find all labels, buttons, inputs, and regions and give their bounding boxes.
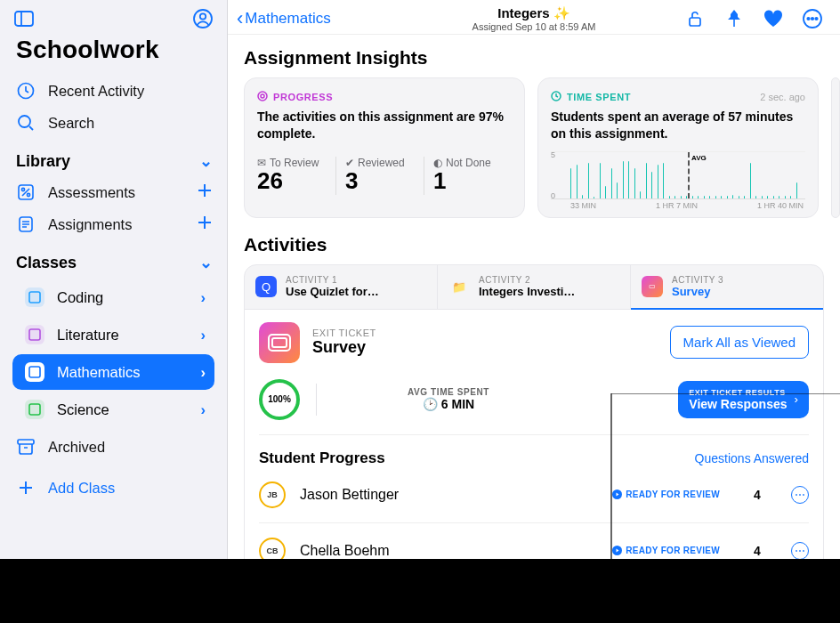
chart-bar <box>739 196 739 198</box>
chart-bar <box>611 168 612 198</box>
chart-bar <box>750 163 751 198</box>
chart-bar <box>605 186 606 198</box>
sidebar-recent-activity[interactable]: Recent Activity <box>0 75 227 107</box>
sidebar-assessments[interactable]: Assessments <box>0 176 227 208</box>
chart-bar <box>755 196 756 198</box>
more-icon[interactable] <box>803 9 822 28</box>
svg-rect-0 <box>15 12 33 26</box>
chart-bar <box>790 196 791 198</box>
activity-name: Survey <box>312 338 376 357</box>
svg-point-22 <box>261 94 264 98</box>
xtick: 1 HR 40 MIN <box>757 201 804 210</box>
stat-reviewed: ✔︎Reviewed 3 <box>335 157 424 195</box>
chart-bar <box>773 196 774 198</box>
lock-open-icon[interactable] <box>685 9 705 28</box>
chart-bar <box>582 195 583 198</box>
student-name: Chella Boehm <box>300 543 390 559</box>
section-label: Classes <box>16 254 77 272</box>
app-title: Schoolwork <box>0 34 227 75</box>
svg-rect-14 <box>18 440 34 444</box>
plus-icon[interactable] <box>197 214 213 234</box>
svg-rect-10 <box>29 292 40 303</box>
next-card-peek[interactable] <box>831 77 840 218</box>
svg-rect-13 <box>29 404 40 415</box>
chart-bar <box>709 196 710 198</box>
sidebar-item-label: Archived <box>48 439 105 456</box>
activity-tab-2[interactable]: 📁ACTIVITY 2Integers Investi… <box>438 265 631 310</box>
activity-tab-3[interactable]: ▭ACTIVITY 3Survey <box>631 265 823 310</box>
sidebar: Schoolwork Recent Activity Search Librar… <box>0 0 228 559</box>
chart-bar <box>698 196 699 198</box>
clock-icon: 🕑 <box>423 397 438 411</box>
class-label: Science <box>57 401 109 418</box>
back-button[interactable]: ‹ Mathematics <box>237 7 331 30</box>
chart-bar <box>594 197 594 198</box>
chevron-left-icon: ‹ <box>237 7 243 30</box>
svg-point-19 <box>812 18 813 20</box>
student-avatar: JB <box>259 481 286 508</box>
progress-body: The activities on this assignment are 97… <box>257 109 512 142</box>
chart-bar <box>646 163 647 198</box>
chart-bar <box>634 168 635 198</box>
chart-bar <box>785 196 786 198</box>
chevron-right-icon: › <box>201 327 206 344</box>
plus-icon <box>16 478 36 498</box>
heart-icon[interactable] <box>763 9 783 28</box>
chart-bar <box>721 196 722 198</box>
student-progress-heading: Student Progress <box>259 449 385 467</box>
sidebar-item-label: Recent Activity <box>48 83 144 100</box>
archive-icon <box>16 437 36 457</box>
xtick: 1 HR 7 MIN <box>656 201 698 210</box>
callout-line <box>610 393 840 559</box>
sidebar-archived[interactable]: Archived <box>0 431 227 463</box>
class-label: Coding <box>57 289 103 306</box>
sidebar-section-library[interactable]: Library ⌄ <box>0 139 227 176</box>
svg-point-7 <box>21 188 24 190</box>
stat-not-done: ◐Not Done 1 <box>424 157 512 195</box>
svg-point-20 <box>815 18 817 20</box>
sidebar-class-science[interactable]: Science › <box>12 392 214 427</box>
avg-time-label: AVG TIME SPENT <box>333 387 564 397</box>
chevron-right-icon: › <box>201 289 206 306</box>
class-icon <box>25 400 44 419</box>
page-title: Integers ✨ <box>472 5 596 21</box>
sidebar-item-label: Assessments <box>48 184 135 201</box>
chart-bar <box>577 165 578 198</box>
chevron-right-icon: › <box>201 364 206 381</box>
sidebar-class-mathematics[interactable]: Mathematics › <box>12 354 214 390</box>
page-subtitle: Assigned Sep 10 at 8:59 AM <box>472 21 596 32</box>
back-label: Mathematics <box>245 10 330 28</box>
class-icon <box>25 362 44 382</box>
insights-heading: Assignment Insights <box>244 47 824 69</box>
plus-icon[interactable] <box>197 182 213 202</box>
sidebar-search[interactable]: Search <box>0 107 227 139</box>
chart-bar <box>681 196 682 198</box>
account-icon[interactable] <box>193 9 213 28</box>
sidebar-class-coding[interactable]: Coding › <box>12 279 214 315</box>
target-icon <box>257 89 268 105</box>
sidebar-item-label: Assignments <box>48 216 132 233</box>
svg-point-5 <box>19 116 30 127</box>
clock-icon <box>16 81 36 101</box>
activity-tab-1[interactable]: QACTIVITY 1Use Quizlet for… <box>245 265 438 310</box>
sidebar-section-classes[interactable]: Classes ⌄ <box>0 240 227 278</box>
chart-bar <box>744 196 745 198</box>
sidebar-class-literature[interactable]: Literature › <box>12 317 214 352</box>
chart-bar <box>663 163 664 198</box>
sidebar-add-class[interactable]: Add Class <box>0 472 227 504</box>
chart-bar <box>588 163 589 198</box>
svg-point-18 <box>807 18 809 20</box>
percent-icon <box>16 182 36 202</box>
time-body: Students spent an average of 57 minutes … <box>551 109 805 142</box>
main-panel: ‹ Mathematics Integers ✨ Assigned Sep 10… <box>228 0 840 559</box>
mark-all-viewed-button[interactable]: Mark All as Viewed <box>670 326 809 359</box>
svg-point-21 <box>258 92 267 101</box>
sidebar-toggle-icon[interactable] <box>14 9 34 28</box>
sidebar-assignments[interactable]: Assignments <box>0 208 227 240</box>
class-label: Literature <box>57 327 119 344</box>
svg-rect-15 <box>690 18 700 26</box>
student-name: Jason Bettinger <box>300 487 399 503</box>
pin-icon[interactable] <box>724 9 744 28</box>
stat-to-review: ✉︎To Review 26 <box>257 157 335 195</box>
activity-thumb-icon <box>259 322 300 363</box>
